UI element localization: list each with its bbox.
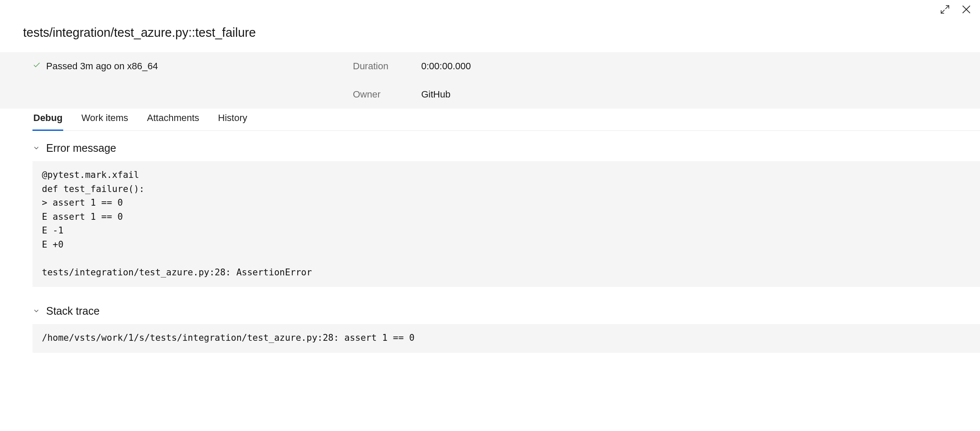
owner-label: Owner — [353, 89, 421, 100]
tab-debug[interactable]: Debug — [32, 112, 63, 130]
duration-label: Duration — [353, 61, 421, 72]
section-title-stack: Stack trace — [46, 305, 100, 317]
section-title-error: Error message — [46, 142, 116, 154]
close-icon[interactable] — [960, 3, 972, 15]
status-cell: Passed 3m ago on x86_64 — [32, 61, 353, 72]
summary-bar: Passed 3m ago on x86_64 Duration 0:00:00… — [0, 52, 980, 109]
tab-bar: Debug Work items Attachments History — [32, 112, 980, 131]
duration-value: 0:00:00.000 — [421, 61, 471, 72]
chevron-down-icon — [32, 142, 40, 154]
section-stack-trace: Stack trace /home/vsts/work/1/s/tests/in… — [32, 305, 980, 353]
check-icon — [32, 61, 41, 72]
chevron-down-icon — [32, 305, 40, 317]
test-detail-panel: tests/integration/test_azure.py::test_fa… — [0, 0, 980, 431]
tab-history[interactable]: History — [217, 112, 248, 130]
tab-work-items[interactable]: Work items — [80, 112, 129, 130]
error-message-body: @pytest.mark.xfail def test_failure(): >… — [32, 161, 980, 287]
tab-content: Error message @pytest.mark.xfail def tes… — [32, 142, 980, 371]
expand-icon[interactable] — [939, 3, 951, 15]
section-error-message: Error message @pytest.mark.xfail def tes… — [32, 142, 980, 287]
window-controls — [939, 3, 972, 15]
page-title: tests/integration/test_azure.py::test_fa… — [23, 26, 256, 40]
section-header-stack[interactable]: Stack trace — [32, 305, 980, 317]
stack-trace-body: /home/vsts/work/1/s/tests/integration/te… — [32, 324, 980, 353]
status-text: Passed 3m ago on x86_64 — [46, 61, 158, 72]
tab-attachments[interactable]: Attachments — [146, 112, 200, 130]
section-header-error[interactable]: Error message — [32, 142, 980, 154]
owner-value: GitHub — [421, 89, 450, 100]
